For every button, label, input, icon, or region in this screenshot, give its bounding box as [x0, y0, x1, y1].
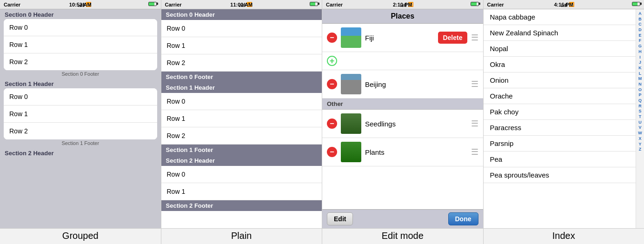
index-letter-y[interactable]: Y	[638, 142, 641, 147]
list-item[interactable]: Row 1	[4, 106, 157, 123]
index-letter-b[interactable]: B	[638, 17, 642, 22]
list-item[interactable]: Pea	[484, 152, 636, 167]
time-index: 4:16 PM	[554, 2, 573, 7]
index-letter-e[interactable]: E	[638, 33, 641, 39]
reorder-icon-beijing[interactable]: ☰	[471, 79, 478, 89]
list-item[interactable]: Row 0	[4, 88, 157, 106]
status-bar-edit: Carrier 📶 2:10 PM	[322, 0, 483, 9]
index-letter-k[interactable]: K	[638, 66, 642, 71]
edit-toolbar: Edit Done	[322, 209, 483, 228]
index-letter-a[interactable]: A	[638, 11, 642, 17]
minus-button-beijing[interactable]: −	[327, 79, 337, 89]
list-item[interactable]: Row 2	[4, 123, 157, 139]
plants-label: Plants	[365, 148, 467, 156]
list-item[interactable]: Row 0	[161, 166, 322, 183]
list-item[interactable]: Orache	[484, 88, 636, 104]
index-list: Napa cabbage New Zealand Spinach Nopal O…	[484, 9, 636, 228]
section-1-footer-plain: Section 1 Footer	[161, 145, 322, 155]
index-letter-w[interactable]: W	[638, 131, 642, 136]
section-1-header-grouped: Section 1 Header	[0, 79, 161, 88]
list-item[interactable]: Row 1	[161, 37, 322, 54]
plain-label: Plain	[161, 228, 322, 244]
list-item[interactable]: Okra	[484, 57, 636, 73]
list-item[interactable]: Row 1	[161, 110, 322, 127]
list-item[interactable]: New Zealand Spinach	[484, 25, 636, 41]
beijing-thumbnail	[341, 74, 361, 94]
plain-content: Section 0 Header Row 0 Row 1 Row 2 Secti…	[161, 9, 322, 228]
reorder-icon-seedlings[interactable]: ☰	[471, 119, 478, 129]
index-letter-v[interactable]: V	[638, 125, 641, 131]
time-grouped: 10:53 AM	[69, 2, 92, 7]
index-letter-m[interactable]: M	[638, 76, 642, 82]
section-0-footer-plain: Section 0 Footer	[161, 72, 322, 82]
list-item[interactable]: Row 2	[161, 54, 322, 72]
list-item[interactable]: Row 0	[161, 20, 322, 37]
index-label: Index	[484, 228, 644, 244]
index-sidebar[interactable]: ABCDEFGHIJKLMNOPQRSTUVWXYZ	[636, 9, 644, 228]
list-item[interactable]: Onion	[484, 73, 636, 88]
list-item[interactable]: Pea sprouts/leaves	[484, 167, 636, 183]
status-bar-index: Carrier 📶 4:16 PM	[484, 0, 644, 9]
minus-button-seedlings[interactable]: −	[327, 119, 337, 129]
index-letter-g[interactable]: G	[638, 44, 642, 49]
index-letter-s[interactable]: S	[638, 109, 641, 114]
index-letter-n[interactable]: N	[638, 82, 642, 87]
edit-row-seedlings[interactable]: − Seedlings ☰	[322, 110, 483, 138]
status-bar-grouped: Carrier 📶 10:53 AM	[0, 0, 161, 9]
reorder-icon-plants[interactable]: ☰	[471, 147, 478, 157]
index-letter-i[interactable]: I	[639, 55, 641, 60]
list-item[interactable]: Paracress	[484, 120, 636, 136]
edit-row-add[interactable]: +	[322, 52, 483, 70]
index-letter-d[interactable]: D	[638, 27, 642, 33]
time-plain: 11:00 AM	[230, 2, 252, 7]
index-letter-x[interactable]: X	[638, 136, 641, 142]
index-letter-c[interactable]: C	[638, 22, 642, 27]
done-button[interactable]: Done	[448, 212, 478, 225]
battery-icon-plain	[310, 2, 318, 6]
minus-button-plants[interactable]: −	[327, 147, 337, 157]
index-letter-r[interactable]: R	[638, 104, 642, 109]
plus-button[interactable]: +	[327, 56, 337, 66]
index-letter-h[interactable]: H	[638, 49, 642, 55]
list-item[interactable]: Pak choy	[484, 104, 636, 120]
index-letter-f[interactable]: F	[639, 38, 642, 44]
list-item[interactable]: Row 1	[161, 183, 322, 200]
battery-icon-grouped	[148, 2, 157, 6]
list-item[interactable]: Parsnip	[484, 136, 636, 152]
grouped-content: Section 0 Header Row 0 Row 1 Row 2 Secti…	[0, 9, 161, 228]
battery-icon-edit	[471, 2, 479, 6]
list-item[interactable]: Row 0	[161, 93, 322, 110]
index-letter-q[interactable]: Q	[638, 98, 642, 104]
index-letter-j[interactable]: J	[639, 60, 641, 66]
index-letter-o[interactable]: O	[638, 87, 642, 93]
carrier-grouped: Carrier	[4, 2, 20, 7]
edit-row-beijing[interactable]: − Beijing ☰	[322, 70, 483, 99]
list-item[interactable]: Row 1	[4, 36, 157, 53]
section-2-footer-plain: Section 2 Footer	[161, 200, 322, 211]
list-item[interactable]: Row 2	[161, 127, 322, 145]
plain-panel: Carrier 📶 11:00 AM Section 0 Header Row …	[161, 0, 323, 244]
edit-row-plants[interactable]: − Plants ☰	[322, 138, 483, 166]
edit-section-other: Other	[322, 99, 483, 110]
list-item[interactable]: Napa cabbage	[484, 9, 636, 25]
index-letter-l[interactable]: L	[639, 71, 642, 77]
edit-row-fiji[interactable]: − Fiji Delete ☰	[322, 24, 483, 52]
edit-button[interactable]: Edit	[327, 212, 353, 225]
index-letter-z[interactable]: Z	[639, 147, 642, 152]
reorder-icon-fiji[interactable]: ☰	[471, 33, 478, 43]
minus-button-fiji[interactable]: −	[327, 33, 337, 43]
list-item[interactable]: Row 0	[4, 19, 157, 36]
carrier-edit: Carrier	[326, 2, 343, 7]
section-1-header-plain: Section 1 Header	[161, 82, 322, 93]
status-bar-plain: Carrier 📶 11:00 AM	[161, 0, 322, 9]
delete-button-fiji[interactable]: Delete	[438, 32, 467, 44]
section-0-footer-grouped: Section 0 Footer	[0, 70, 161, 79]
grouped-label: Grouped	[0, 228, 161, 244]
index-letter-t[interactable]: T	[639, 114, 642, 120]
list-item[interactable]: Nopal	[484, 41, 636, 57]
index-letter-p[interactable]: P	[638, 92, 641, 98]
index-letter-u[interactable]: U	[638, 120, 642, 125]
list-item[interactable]: Row 2	[4, 53, 157, 70]
section-1-rows-grouped: Row 0 Row 1 Row 2	[4, 88, 157, 139]
section-2-header-grouped: Section 2 Header	[0, 148, 161, 158]
